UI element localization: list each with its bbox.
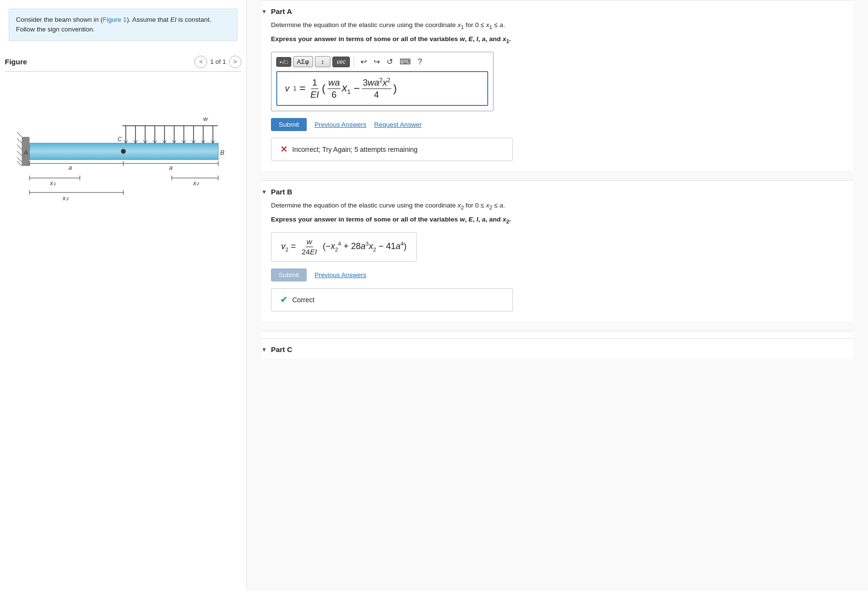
- figure-title: Figure: [5, 58, 195, 66]
- part-b-description: Determine the equation of the elastic cu…: [271, 201, 853, 212]
- submit-row-b: Submit Previous Answers: [271, 268, 853, 281]
- svg-line-3: [17, 145, 22, 149]
- frac-1-EI: 1 EI: [310, 77, 320, 100]
- part-a-instruction: Express your answer in terms of some or …: [271, 34, 853, 45]
- part-b-section: ▼ Part B Determine the equation of the e…: [261, 180, 853, 321]
- status-text-a: Incorrect; Try Again; 5 attempts remaini…: [292, 146, 418, 153]
- part-a-description: Determine the equation of the elastic cu…: [271, 20, 853, 31]
- undo-button[interactable]: ↩: [358, 56, 369, 67]
- previous-answers-a[interactable]: Previous Answers: [314, 121, 366, 128]
- matrix-button[interactable]: ▪√□: [276, 57, 291, 67]
- svg-text:x₃: x₃: [62, 194, 69, 202]
- frac-3wa2x2-4: 3wa2x2 4: [362, 77, 391, 100]
- status-box-b: ✔ Correct: [271, 288, 513, 311]
- part-a-section: ▼ Part A Determine the equation of the e…: [261, 0, 853, 171]
- part-b-header[interactable]: ▼ Part B: [261, 180, 853, 201]
- svg-line-2: [17, 138, 22, 143]
- svg-point-8: [121, 149, 126, 154]
- status-text-b: Correct: [292, 296, 314, 304]
- v1-label: v: [285, 84, 289, 94]
- figure-prev-button[interactable]: <: [195, 56, 207, 68]
- figure-link[interactable]: Figure 1: [103, 16, 127, 23]
- svg-text:w: w: [203, 115, 209, 122]
- keyboard-button[interactable]: ⌨: [397, 56, 413, 67]
- part-c-chevron: ▼: [261, 346, 267, 353]
- beam-diagram: A B C w: [17, 81, 230, 217]
- part-c-section: ▼ Part C: [261, 331, 853, 358]
- submit-row-a: Submit Previous Answers Request Answer: [271, 118, 853, 131]
- svg-text:A: A: [23, 149, 28, 156]
- correct-icon: ✔: [280, 295, 287, 305]
- left-panel: Consider the beam shown in (Figure 1). A…: [0, 0, 247, 591]
- help-button[interactable]: ?: [415, 57, 424, 67]
- figure-next-button[interactable]: >: [229, 56, 241, 68]
- arrow-button[interactable]: ↕: [315, 56, 330, 67]
- part-a-body: Determine the equation of the elastic cu…: [261, 20, 853, 171]
- svg-text:a: a: [169, 164, 172, 171]
- svg-text:C: C: [118, 136, 122, 143]
- math-expression-a[interactable]: v1 = 1 EI ( wa 6 x1: [276, 71, 488, 106]
- redo-button[interactable]: ↪: [371, 56, 382, 67]
- figure-section: Figure < 1 of 1 >: [0, 56, 246, 217]
- submit-button-b[interactable]: Submit: [271, 268, 307, 281]
- problem-text: Consider the beam shown in (: [16, 16, 103, 23]
- math-toolbar-a: ▪√□ ΑΣφ ↕ vec ↩ ↪ ↺ ⌨ ?: [276, 56, 488, 67]
- figure-count: 1 of 1: [210, 58, 226, 65]
- figure-header: Figure < 1 of 1 >: [5, 56, 241, 72]
- frac-w-24EI: w 24EI: [301, 237, 318, 256]
- equals-a: =: [299, 82, 306, 95]
- svg-text:B: B: [220, 149, 224, 156]
- svg-text:x₂: x₂: [193, 179, 199, 187]
- part-a-chevron: ▼: [261, 8, 267, 15]
- submit-button-a[interactable]: Submit: [271, 118, 307, 131]
- part-a-title: Part A: [271, 7, 292, 15]
- part-b-instruction: Express your answer in terms of some or …: [271, 215, 853, 226]
- problem-statement: Consider the beam shown in (Figure 1). A…: [9, 9, 238, 41]
- part-b-title: Part B: [271, 188, 292, 196]
- figure-nav: < 1 of 1 >: [195, 56, 241, 68]
- status-box-a: ✕ Incorrect; Try Again; 5 attempts remai…: [271, 138, 513, 161]
- beam-svg: A B C w: [17, 81, 230, 217]
- svg-text:x₁: x₁: [49, 179, 56, 187]
- part-b-body: Determine the equation of the elastic cu…: [261, 201, 853, 321]
- svg-text:a: a: [68, 164, 72, 171]
- reset-button[interactable]: ↺: [384, 56, 395, 67]
- math-input-area-a: ▪√□ ΑΣφ ↕ vec ↩ ↪ ↺ ⌨ ? v1 =: [271, 52, 494, 111]
- part-b-chevron: ▼: [261, 189, 267, 195]
- svg-line-1: [17, 132, 22, 137]
- frac-wa-6: wa 6: [328, 77, 341, 100]
- svg-line-4: [17, 151, 22, 156]
- vec-button[interactable]: vec: [332, 57, 350, 67]
- formula-display-b: v2 = w 24EI (−x24 + 28a3x2 − 41a4): [271, 232, 417, 262]
- part-c-title: Part C: [271, 345, 292, 354]
- right-panel: ▼ Part A Determine the equation of the e…: [247, 0, 868, 591]
- part-a-header[interactable]: ▼ Part A: [261, 0, 853, 20]
- alpha-sigma-button[interactable]: ΑΣφ: [293, 56, 313, 67]
- request-answer-a[interactable]: Request Answer: [374, 121, 421, 128]
- part-c-header[interactable]: ▼ Part C: [261, 338, 853, 358]
- incorrect-icon: ✕: [280, 144, 287, 155]
- previous-answers-b[interactable]: Previous Answers: [314, 271, 366, 279]
